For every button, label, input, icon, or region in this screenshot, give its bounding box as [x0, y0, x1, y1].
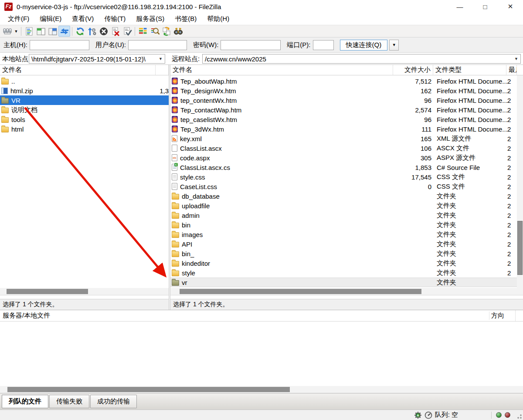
- local-column-filename[interactable]: 文件名: [0, 65, 156, 75]
- remote-file-row[interactable]: tep_caselistWx.htm 96 Firefox HTML Docum…: [170, 115, 517, 124]
- minimize-button[interactable]: —: [447, 0, 472, 13]
- queue-column-next: [515, 310, 523, 321]
- speed-limit-icon[interactable]: [425, 411, 432, 419]
- local-file-row[interactable]: html: [0, 124, 169, 134]
- remote-column-modified[interactable]: 最后修改: [506, 65, 517, 75]
- site-manager-dropdown-icon[interactable]: ▼: [13, 26, 19, 37]
- remote-column-type[interactable]: 文件类型: [433, 65, 506, 75]
- remote-file-row[interactable]: ClassList.ascx.cs 1,853 C# Source File 2: [170, 163, 517, 172]
- remote-file-row[interactable]: API 文件夹 2: [170, 239, 517, 249]
- synchronized-browsing-icon[interactable]: [160, 26, 172, 37]
- refresh-icon[interactable]: [74, 26, 86, 37]
- remote-vertical-scrollbar[interactable]: [517, 75, 523, 292]
- remote-file-row[interactable]: bin_ 文件夹 2: [170, 249, 517, 258]
- local-file-row[interactable]: html.zip 1,3: [0, 86, 169, 95]
- resize-grip[interactable]: [516, 413, 522, 419]
- remote-list-header: 文件名 文件大小 文件类型 最后修改: [170, 65, 523, 75]
- remote-file-row[interactable]: admin 文件夹 2: [170, 210, 517, 220]
- local-column-size[interactable]: [156, 65, 169, 75]
- remote-file-row[interactable]: style.css 17,545 CSS 文件 2: [170, 172, 517, 182]
- remote-file-row[interactable]: style 文件夹 2: [170, 268, 517, 278]
- remote-file-row[interactable]: tep_contentWx.htm 96 Firefox HTML Docume…: [170, 95, 517, 105]
- maximize-button[interactable]: □: [472, 0, 498, 13]
- site-manager-icon[interactable]: [1, 26, 13, 37]
- password-input[interactable]: [221, 40, 281, 50]
- close-button[interactable]: ✕: [498, 0, 523, 13]
- host-input[interactable]: [30, 40, 89, 50]
- remove-failed-transfers-icon[interactable]: [109, 26, 121, 37]
- local-file-row[interactable]: VR: [0, 95, 169, 105]
- cancel-icon[interactable]: [98, 26, 109, 37]
- local-file-row[interactable]: tools: [0, 115, 169, 124]
- local-file-row[interactable]: ..: [0, 76, 169, 86]
- quickconnect-button[interactable]: 快速连接(Q): [340, 40, 388, 51]
- remote-file-row[interactable]: kindeditor 文件夹 2: [170, 258, 517, 268]
- port-label: 端口(P):: [287, 41, 310, 49]
- directory-comparison-icon[interactable]: [137, 26, 149, 37]
- file-icon: [172, 223, 179, 228]
- queue-column-direction[interactable]: 方向: [489, 312, 515, 320]
- menu-item[interactable]: 帮助(H): [202, 13, 234, 25]
- remote-file-row[interactable]: vr 文件夹: [170, 278, 517, 287]
- remote-file-row[interactable]: CaseList.css 0 CSS 文件 2: [170, 182, 517, 191]
- toolbar: ▼: [0, 25, 523, 37]
- file-icon: [172, 97, 178, 104]
- remote-file-row[interactable]: bin 文件夹 2: [170, 220, 517, 230]
- scrollbar-thumb[interactable]: [180, 289, 421, 294]
- remote-file-list: Tep_aboutWap.htm 7,512 Firefox HTML Docu…: [170, 75, 523, 288]
- scrollbar-thumb[interactable]: [517, 221, 523, 275]
- port-input[interactable]: [313, 40, 334, 50]
- quickconnect-dropdown-icon[interactable]: ▼: [389, 40, 399, 51]
- chevron-down-icon[interactable]: ▼: [156, 57, 163, 61]
- remote-file-row[interactable]: images 文件夹 2: [170, 230, 517, 239]
- queue-column-server[interactable]: 服务器/本地文件: [0, 312, 489, 320]
- local-path-combo[interactable]: \html\dfcjtgtarv7-2025-12-09(15-01-12)\ …: [29, 54, 165, 64]
- transfer-queue-toggle-icon[interactable]: [58, 26, 70, 37]
- local-file-row[interactable]: 说明文档: [0, 105, 169, 115]
- menu-item[interactable]: 服务器(S): [131, 13, 170, 25]
- remote-column-filename[interactable]: 文件名: [170, 65, 393, 75]
- file-icon: [172, 183, 177, 190]
- file-icon: [1, 117, 9, 123]
- local-horizontal-scrollbar[interactable]: [0, 288, 169, 295]
- remote-file-row[interactable]: Tep_contactWap.htm 2,574 Firefox HTML Do…: [170, 105, 517, 115]
- username-input[interactable]: [128, 40, 187, 50]
- remote-file-row[interactable]: uploadfile 文件夹 2: [170, 201, 517, 210]
- scrollbar-thumb[interactable]: [7, 289, 88, 294]
- remote-file-row[interactable]: ClassList.ascx 106 ASCX 文件 2: [170, 143, 517, 153]
- file-icon: [172, 78, 178, 85]
- recheck-queue-icon[interactable]: [121, 26, 133, 37]
- file-icon: [172, 261, 179, 267]
- filename-filters-icon[interactable]: [149, 26, 160, 37]
- file-icon: [172, 173, 177, 180]
- queue-tab[interactable]: 列队的文件: [2, 395, 48, 408]
- remote-file-row[interactable]: db_database 文件夹 2: [170, 191, 517, 201]
- file-icon: [172, 125, 178, 132]
- remote-file-row[interactable]: code.aspx 305 ASPX 源文件 2: [170, 153, 517, 163]
- chevron-down-icon[interactable]: ▼: [512, 57, 518, 61]
- remote-file-row[interactable]: Tep_3dWx.htm 111 Firefox HTML Docume... …: [170, 124, 517, 134]
- queue-horizontal-scrollbar[interactable]: [0, 386, 523, 393]
- remote-site-label: 远程站点:: [172, 55, 200, 63]
- local-tree-toggle-icon[interactable]: [35, 26, 47, 37]
- remote-file-row[interactable]: Tep_aboutWap.htm 7,512 Firefox HTML Docu…: [170, 76, 517, 86]
- remote-path-combo[interactable]: /czwww.cn/www2025 ▼: [202, 54, 521, 64]
- message-log-toggle-icon[interactable]: [23, 26, 35, 37]
- scrollbar-thumb[interactable]: [7, 387, 290, 392]
- menu-item[interactable]: 传输(T): [99, 13, 131, 25]
- remote-tree-toggle-icon[interactable]: [47, 26, 58, 37]
- menu-item[interactable]: 编辑(E): [34, 13, 67, 25]
- local-site-label: 本地站点:: [2, 55, 30, 63]
- menu-item[interactable]: 文件(F): [3, 13, 34, 25]
- menu-item[interactable]: 书签(B): [170, 13, 202, 25]
- remote-file-row[interactable]: Tep_designWx.htm 162 Firefox HTML Docume…: [170, 86, 517, 95]
- auto-transfer-type-icon[interactable]: A: [414, 411, 422, 419]
- queue-tab[interactable]: 传输失败: [49, 395, 89, 408]
- remote-column-size[interactable]: 文件大小: [393, 65, 433, 75]
- remote-file-row[interactable]: key.xml 165 XML 源文件 2: [170, 134, 517, 143]
- find-files-icon[interactable]: [172, 26, 184, 37]
- process-queue-icon[interactable]: [86, 26, 98, 37]
- menu-item[interactable]: 查看(V): [67, 13, 99, 25]
- queue-tab[interactable]: 成功的传输: [90, 395, 137, 408]
- remote-horizontal-scrollbar[interactable]: [170, 288, 523, 295]
